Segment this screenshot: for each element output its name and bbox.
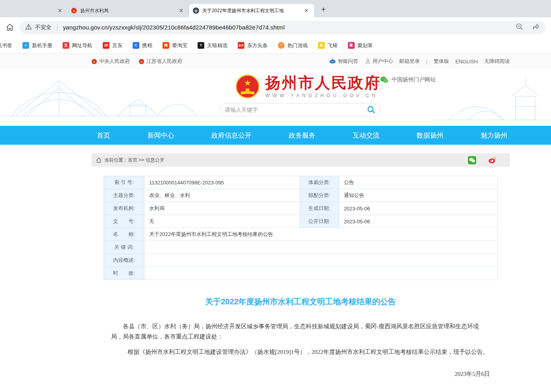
portal-text: 中国扬州门户网站 <box>392 76 436 83</box>
game-icon: ◠ <box>278 42 285 49</box>
link-label: 邮箱登录 <box>399 58 420 65</box>
traditional-link[interactable]: 繁体版 <box>434 58 449 65</box>
bookmark-label: 京东 <box>112 42 122 49</box>
bookmark-label: 东方头条 <box>247 42 268 49</box>
meta-label: 组配分类: <box>300 189 339 202</box>
accessible-link[interactable]: 无障碍阅读 <box>484 58 510 65</box>
nav-home[interactable]: 首页 <box>94 131 113 140</box>
meta-value <box>144 267 497 280</box>
tab-shuiliju[interactable]: ★ 扬州市水利局 ✕ <box>67 4 189 17</box>
search-box[interactable] <box>220 103 381 116</box>
meta-label: 生成日期: <box>300 202 339 215</box>
bookmark-wangzhidaohang[interactable]: 爻 网址导航 <box>63 42 92 49</box>
share-icon[interactable] <box>532 23 540 32</box>
user-center-link[interactable]: 用户中心 <box>365 58 393 65</box>
security-label: 不安全 <box>35 24 52 31</box>
home-icon[interactable] <box>6 23 14 32</box>
meta-label: 文 号: <box>104 215 144 228</box>
bookmark-tmall[interactable]: T 天猫精选 <box>198 42 227 49</box>
meta-label: 名 称: <box>104 228 144 241</box>
english-link[interactable]: ENGLISH <box>455 59 478 64</box>
zoom-out-icon[interactable] <box>516 23 523 32</box>
article-body: 各县（市、区）水利（务）局，扬州经济开发区城乡事务管理局，生态科技新城规划建设局… <box>91 321 510 392</box>
bookmark-fliggy[interactable]: 猪 飞猪 <box>318 42 338 49</box>
warning-icon <box>25 24 32 31</box>
gov-emblem-icon: ★ <box>71 7 77 14</box>
smart-qa-link[interactable]: 智能问答 <box>329 58 359 65</box>
table-row: 内容概述: <box>104 254 497 267</box>
table-row: 名 称: 关于2022年度扬州市水利工程文明工地考核结果的公告 <box>104 228 497 241</box>
weibo-share-icon[interactable] <box>488 156 496 164</box>
bookmark-xinjishouce[interactable]: ≡ 新机手册 <box>22 42 52 49</box>
link-jiangsu-gov[interactable]: ★ 江苏省人民政府 <box>139 58 182 65</box>
banner-artwork-left <box>0 69 220 126</box>
meta-label: 体裁分类: <box>300 176 339 189</box>
link-label: 用户中心 <box>373 58 393 65</box>
gov-emblem-icon: ★ <box>91 59 97 64</box>
breadcrumb-text[interactable]: 当前位置：首页 >> 信息公开 <box>104 157 165 164</box>
nav-interaction[interactable]: 互动交流 <box>350 131 382 140</box>
table-row: 时 效: <box>104 267 497 280</box>
close-icon[interactable]: ✕ <box>177 7 185 15</box>
bookmark-dongfangtoutiao[interactable]: 东方 东方头条 <box>238 42 268 49</box>
site-logo[interactable]: ★ ▄▟▙▄ 扬州市人民政府 WWW.YANGZHOU.GOV.CN <box>235 74 381 99</box>
bookmark-juhuasuan[interactable]: 聚 聚划算 <box>348 42 373 49</box>
svg-text:★: ★ <box>244 78 251 88</box>
tab-partial[interactable]: ✕ <box>0 4 67 17</box>
toutiao-icon: 东方 <box>238 42 244 49</box>
meta-value: 关于2022年度扬州市水利工程文明工地考核结果的公告 <box>144 228 497 241</box>
nav-info-disclosure[interactable]: 政府信息公开 <box>209 131 254 140</box>
nav-news[interactable]: 新闻中心 <box>145 131 177 140</box>
wechat-icon <box>380 76 388 84</box>
nav-charm[interactable]: 魅力扬州 <box>478 131 510 140</box>
meta-value: 水利局 <box>144 202 300 215</box>
meta-label: 公开日期: <box>300 215 339 228</box>
close-icon[interactable]: ✕ <box>56 7 64 15</box>
svg-text:★: ★ <box>140 59 143 63</box>
svg-text:e: e <box>195 8 197 13</box>
close-icon[interactable]: ✕ <box>302 7 310 15</box>
nav-data[interactable]: 数据扬州 <box>414 131 446 140</box>
meta-label: 内容概述: <box>104 254 144 267</box>
wechat-share-icon[interactable] <box>468 156 476 164</box>
gov-emblem-icon: ★ <box>139 59 144 64</box>
bookmark-ctrip[interactable]: C 携程 <box>133 42 152 49</box>
meta-label: 关 键 词: <box>104 241 144 254</box>
omnibox[interactable]: 不安全 yangzhou.gov.cn/yzszxxgk/slj/202305/… <box>20 21 545 34</box>
fliggy-pig-icon: 猪 <box>318 42 325 49</box>
omnibox-divider <box>57 24 57 31</box>
nav-site-icon: 爻 <box>63 42 69 49</box>
bookmark-label: 网址导航 <box>72 42 92 49</box>
home-icon <box>96 158 102 163</box>
tab-title: 扬州市水利局 <box>80 7 174 14</box>
manual-icon: ≡ <box>22 42 29 49</box>
bookmark-label: 热门游戏 <box>287 42 308 49</box>
tab-announcement-active[interactable]: e 关于2022年度扬州市水利工程文明工地 ✕ <box>189 4 314 17</box>
url-text[interactable]: yangzhou.gov.cn/yzszxxgk/slj/202305/210c… <box>63 24 285 31</box>
meta-value: 2023-05-06 <box>339 215 497 228</box>
meta-label: 时 效: <box>104 267 144 280</box>
mail-login-link[interactable]: 邮箱登录 <box>399 58 420 65</box>
link-central-gov[interactable]: ★ 中央人民政府 <box>91 58 130 65</box>
new-tab-button[interactable]: + <box>318 4 329 15</box>
breadcrumb: 当前位置：首页 >> 信息公开 <box>91 153 510 167</box>
table-row: 索 引 号: 11321000014407098E-2023-095 体裁分类:… <box>104 176 497 189</box>
bookmark-label: 飞猪 <box>327 42 338 49</box>
bookmark-label: 新机手册 <box>32 42 52 49</box>
meta-value: 公告 <box>339 176 497 189</box>
main-nav: 首页 新闻中心 政府信息公开 政务服务 互动交流 数据扬州 魅力扬州 <box>0 126 551 145</box>
search-input[interactable] <box>225 107 366 113</box>
bookmark-jd[interactable]: JD 京东 <box>103 42 122 49</box>
meta-label: 发布机构: <box>104 202 144 215</box>
bookmark-partial[interactable]: 机书签 <box>0 42 12 49</box>
meta-value <box>144 241 497 254</box>
nav-services[interactable]: 政务服务 <box>287 131 318 140</box>
link-label: 中央人民政府 <box>99 58 130 65</box>
search-icon[interactable] <box>366 105 376 114</box>
table-row: 发布机构: 水利局 生成日期: 2023-05-06 <box>104 202 497 215</box>
browser-logo-icon: e <box>193 7 199 14</box>
article-date: 2023年5月6日 <box>111 369 490 379</box>
bookmark-aitaobao[interactable]: 淘 爱淘宝 <box>163 42 187 49</box>
bookmark-games[interactable]: ◠ 热门游戏 <box>278 42 308 49</box>
portal-label[interactable]: 中国扬州门户网站 <box>380 76 436 84</box>
